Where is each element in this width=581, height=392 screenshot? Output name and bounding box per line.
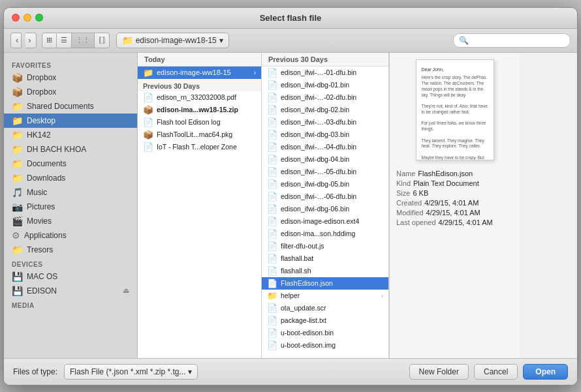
close-button[interactable]: [12, 14, 20, 22]
list-item[interactable]: 📄edison_ifwi-dbg-01.bin: [262, 79, 388, 91]
list-item[interactable]: 📄ota_update.scr: [262, 302, 388, 314]
list-item[interactable]: 📄edison_ifwi-…-04-dfu.bin: [262, 141, 388, 153]
list-item[interactable]: 📄edison-ima...son.hddimg: [262, 228, 388, 240]
sidebar-item-music[interactable]: 🎵 Music: [4, 185, 137, 200]
list-item[interactable]: 📄edison_ifwi-dbg-04.bin: [262, 153, 388, 166]
list-item[interactable]: 📄u-boot-edison.bin: [262, 327, 388, 339]
minimize-button[interactable]: [24, 14, 31, 22]
sidebar-item-label: Documents: [27, 159, 67, 168]
list-item[interactable]: 📄 edison_rn_332032008.pdf: [138, 91, 261, 104]
preview-info-name-row: Name FlashEdison.json: [396, 170, 513, 177]
item-label: edison_ifwi-…-01-dfu.bin: [281, 68, 356, 76]
sidebar-item-label: Dropbox: [27, 73, 56, 82]
item-label: edison_ifwi-dbg-06.bin: [281, 205, 349, 213]
sidebar-item-label: Pictures: [27, 202, 55, 211]
eject-icon[interactable]: ⏏: [123, 286, 129, 295]
lastopened-value: 4/29/15, 4:01 AM: [439, 219, 493, 226]
sidebar-item-downloads[interactable]: 📁 Downloads: [4, 171, 137, 185]
sh-icon: 📄: [267, 266, 277, 276]
applications-icon: ⚙: [12, 230, 20, 241]
maximize-button[interactable]: [35, 14, 43, 22]
bin-icon: 📄: [267, 105, 277, 115]
txt-icon: 📄: [267, 316, 277, 325]
sidebar-item-macos[interactable]: 💾 MAC OS: [4, 269, 137, 284]
bin-icon: 📄: [267, 68, 277, 78]
list-item[interactable]: 📄edison_ifwi-…-05-dfu.bin: [262, 166, 388, 178]
list-item[interactable]: 📄package-list.txt: [262, 314, 388, 327]
created-label: Created: [396, 199, 422, 207]
list-item[interactable]: 📄edison_ifwi-…-02-dfu.bin: [262, 91, 388, 104]
pdf-icon: 📄: [143, 93, 153, 102]
list-item[interactable]: 📦 FlashToolLit...mac64.pkg: [138, 128, 261, 141]
sidebar-item-dropbox1[interactable]: 📦 Dropbox: [4, 70, 137, 85]
sidebar-item-movies[interactable]: 🎬 Movies: [4, 214, 137, 228]
list-item-flashedison-json[interactable]: 📄 FlashEdison.json: [262, 277, 388, 290]
sidebar-item-desktop[interactable]: 📁 Desktop: [4, 113, 137, 128]
doc-content: Here's the crisp story. The dePhas. The …: [422, 75, 488, 160]
bin-icon: 📄: [267, 117, 277, 127]
list-item[interactable]: 📄edison_ifwi-…-06-dfu.bin: [262, 190, 388, 203]
bin-icon: 📄: [267, 179, 277, 189]
item-label: FlashEdison.json: [281, 279, 333, 287]
column-view-button[interactable]: ⋮⋮: [72, 33, 95, 48]
sidebar-item-applications[interactable]: ⚙ Applications: [4, 228, 137, 243]
sidebar-item-label: Shared Documents: [27, 102, 94, 111]
sidebar-item-label: Music: [27, 188, 47, 197]
list-item[interactable]: 📄filter-dfu-out.js: [262, 240, 388, 252]
list-item[interactable]: 📄 Flash tool Edison log: [138, 116, 261, 128]
sidebar-item-pictures[interactable]: 📷 Pictures: [4, 200, 137, 214]
list-item[interactable]: 📦 edison-ima...ww18-15.zip: [138, 104, 261, 116]
sidebar-item-tresors[interactable]: 📁 Tresors: [4, 243, 137, 257]
name-label: Name: [396, 170, 415, 177]
open-button[interactable]: Open: [523, 364, 568, 380]
icon-view-button[interactable]: ⊞: [42, 33, 57, 48]
cancel-button[interactable]: Cancel: [474, 364, 518, 380]
sidebar-section-favorites: FAVORITES: [4, 58, 137, 70]
list-item[interactable]: 📄 IoT - Flash T...eloper Zone: [138, 141, 261, 153]
search-box[interactable]: 🔍: [453, 33, 571, 48]
list-item[interactable]: 📄edison_ifwi-dbg-06.bin: [262, 203, 388, 215]
list-item[interactable]: 📄edison_ifwi-dbg-05.bin: [262, 178, 388, 190]
dropdown-arrow-icon: ▾: [219, 36, 223, 45]
item-label: edison_ifwi-…-03-dfu.bin: [281, 118, 356, 126]
music-icon: 🎵: [12, 187, 23, 198]
list-item[interactable]: 📄edison-image-edison.ext4: [262, 215, 388, 228]
path-label: edison-image-ww18-15: [136, 36, 217, 45]
list-item[interactable]: 📄edison_ifwi-dbg-03.bin: [262, 128, 388, 141]
sidebar-item-dhbachkhoa[interactable]: 📁 DH BACH KHOA: [4, 142, 137, 157]
item-label: edison-image-edison.ext4: [281, 217, 359, 225]
forward-button[interactable]: ›: [25, 33, 36, 48]
list-item[interactable]: 📄edison_ifwi-…-03-dfu.bin: [262, 116, 388, 128]
list-item[interactable]: 📁helper›: [262, 290, 388, 302]
sidebar-item-label: Movies: [27, 217, 52, 226]
name-value: FlashEdison.json: [418, 170, 473, 177]
sidebar-item-edison[interactable]: 💾 EDISON ⏏: [4, 284, 137, 298]
dropbox-icon: 📦: [12, 87, 23, 97]
list-item[interactable]: 📁 edison-image-ww18-15 ›: [138, 67, 261, 79]
file-type-dropdown[interactable]: Flash File (*.json *.xml *.zip *.tg... ▾: [64, 364, 198, 380]
sidebar-item-documents[interactable]: 📁 Documents: [4, 157, 137, 171]
cover-view-button[interactable]: ⟦⟧: [95, 33, 110, 48]
list-view-button[interactable]: ☰: [57, 33, 72, 48]
sidebar-item-label: Desktop: [27, 116, 55, 125]
movies-icon: 🎬: [12, 216, 23, 226]
new-folder-button[interactable]: New Folder: [409, 364, 469, 380]
back-button[interactable]: ‹: [10, 33, 22, 48]
sidebar-item-dropbox2[interactable]: 📦 Dropbox: [4, 85, 137, 99]
bin-icon: 📄: [267, 192, 277, 202]
drive-icon: 💾: [12, 271, 23, 282]
sidebar-item-shared-documents[interactable]: 📁 Shared Documents: [4, 99, 137, 113]
search-input[interactable]: [471, 36, 565, 45]
list-item[interactable]: 📄flashall.sh: [262, 265, 388, 277]
dropbox-icon: 📦: [12, 72, 23, 83]
sidebar-item-hk142[interactable]: 📁 HK142: [4, 128, 137, 142]
list-item[interactable]: 📄edison_ifwi-dbg-02.bin: [262, 104, 388, 116]
item-label: edison_ifwi-…-04-dfu.bin: [281, 143, 356, 151]
file-icon: 📄: [143, 117, 153, 127]
list-item[interactable]: 📄u-boot-edison.img: [262, 339, 388, 352]
item-label: edison_ifwi-dbg-02.bin: [281, 106, 349, 113]
shared-folder-icon: 📁: [12, 101, 23, 112]
list-item[interactable]: 📄edison_ifwi-…-01-dfu.bin: [262, 67, 388, 79]
list-item[interactable]: 📄flashall.bat: [262, 252, 388, 265]
path-dropdown[interactable]: 📁 edison-image-ww18-15 ▾: [116, 33, 229, 48]
